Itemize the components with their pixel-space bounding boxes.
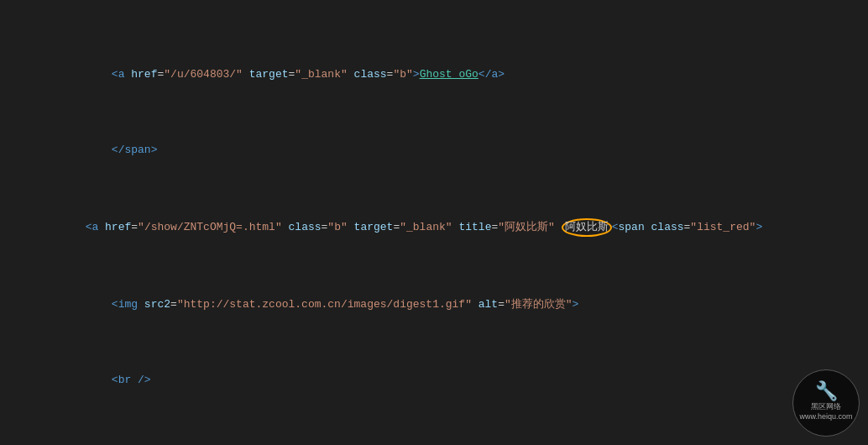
- code-line: </span>: [0, 143, 868, 158]
- code-line: <img src2="http://stat.zcool.com.cn/imag…: [0, 297, 868, 312]
- code-line-highlight: <a href="/show/ZNTcOMjQ=.html" class="b"…: [0, 218, 868, 237]
- code-line: <br />: [0, 373, 868, 388]
- code-view: <a href="/u/604803/" target="_blank" cla…: [0, 0, 868, 445]
- watermark: 🔧 黑区网络 www.heiqu.com: [792, 369, 860, 437]
- code-line: <a href="/u/604803/" target="_blank" cla…: [0, 67, 868, 82]
- watermark-text: 黑区网络 www.heiqu.com: [799, 402, 852, 421]
- watermark-icon: 🔧: [815, 384, 838, 402]
- highlighted-text: 阿奴比斯: [562, 218, 612, 237]
